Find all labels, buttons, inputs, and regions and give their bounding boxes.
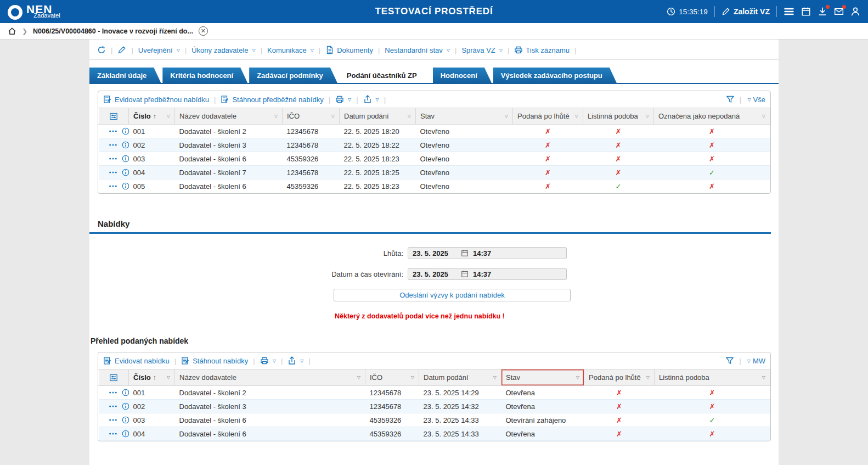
oteviranai-field[interactable]: 23. 5. 2025 14:37: [408, 268, 567, 280]
filter-caret-icon[interactable]: ▽: [760, 375, 765, 380]
table-row[interactable]: 003 Dodavatel - školení 6 45359326 22. 5…: [99, 152, 770, 166]
menu-nestandardni-stav[interactable]: Nestandardní stav▽: [385, 46, 450, 54]
edit-record-icon[interactable]: [117, 46, 126, 54]
create-vz-button[interactable]: Založit VZ: [722, 7, 770, 16]
header-stav[interactable]: Stav▽: [416, 108, 513, 125]
info-icon[interactable]: [122, 169, 129, 176]
menu-icon[interactable]: [784, 6, 794, 17]
menu-sprava-vz[interactable]: Správa VZ▽: [461, 46, 503, 54]
filter-caret-icon[interactable]: ▽: [503, 114, 508, 119]
calendar-icon[interactable]: [461, 270, 469, 278]
header-podana-po-lhute[interactable]: Podaná po lhůtě▽: [584, 369, 655, 386]
row-menu-icon[interactable]: [109, 130, 117, 133]
table-row[interactable]: 003 Dodavatel - školení 6 45359326 23. 5…: [99, 413, 770, 427]
oteviranai-time-input[interactable]: 14:37: [473, 270, 491, 278]
menu-dokumenty[interactable]: Dokumenty: [325, 46, 373, 54]
info-icon[interactable]: [122, 389, 129, 396]
undo-icon[interactable]: [97, 46, 106, 54]
user-icon[interactable]: [850, 7, 860, 16]
info-icon[interactable]: [122, 127, 129, 135]
menu-komunikace[interactable]: Komunikace▽: [267, 46, 314, 54]
evidovat-predbeznou-nabidku-button[interactable]: Evidovat předběžnou nabídku: [103, 95, 209, 104]
lhuta-field[interactable]: 23. 5. 2025 14:37: [408, 247, 567, 259]
header-listinna-podoba[interactable]: Listinná podoba▽: [655, 369, 770, 386]
table-row[interactable]: 004 Dodavatel - školení 7 12345678 22. 5…: [99, 166, 770, 180]
row-menu-icon[interactable]: [109, 432, 117, 435]
menu-tisk-zaznamu[interactable]: Tisk záznamu: [514, 46, 570, 54]
tab-zakladni-udaje[interactable]: Základní údaje: [89, 68, 161, 83]
header-oznacena-jako-nepodana[interactable]: Označena jako nepodaná▽: [654, 108, 770, 125]
stahnout-nabidky-button[interactable]: Stáhnout nabídky: [181, 356, 248, 365]
row-menu-icon[interactable]: [109, 157, 117, 160]
download-icon[interactable]: [818, 7, 827, 16]
menu-uverejneni[interactable]: Uveřejnění▽: [138, 46, 180, 54]
filter-caret-icon[interactable]: ▽: [165, 375, 170, 380]
info-icon[interactable]: [122, 155, 129, 163]
header-ico[interactable]: IČO▽: [365, 369, 419, 386]
header-datum-podani[interactable]: Datum podání▽: [340, 108, 416, 125]
info-icon[interactable]: [122, 402, 129, 410]
tab-podani-ucastniku-zp[interactable]: Podání účastníků ZP: [339, 68, 431, 83]
filter-icon[interactable]: [725, 356, 734, 365]
table-row[interactable]: 002 Dodavatel - školení 3 12345678 22. 5…: [99, 138, 770, 152]
row-menu-icon[interactable]: [109, 405, 117, 408]
oteviranai-date-input[interactable]: 23. 5. 2025: [413, 270, 456, 278]
filter-caret-icon[interactable]: ▽: [644, 375, 650, 380]
filter-caret-icon[interactable]: ▽: [165, 114, 170, 119]
print-menu-button[interactable]: ▽: [335, 95, 351, 104]
filter-icon[interactable]: [726, 95, 735, 104]
info-icon[interactable]: [122, 416, 129, 424]
print-menu-button[interactable]: ▽: [260, 356, 276, 365]
odeslani-vyzvy-button[interactable]: Odeslání výzvy k podání nabídek: [334, 289, 571, 301]
header-nazev-dodavatele[interactable]: Název dodavatele▽: [175, 369, 365, 386]
breadcrumb-item[interactable]: N006/25/V00004860 - Inovace v rozvoji ří…: [33, 27, 193, 35]
row-menu-icon[interactable]: [109, 171, 117, 174]
filter-caret-icon[interactable]: ▽: [573, 114, 578, 119]
tab-kriteria-hodnoceni[interactable]: Kritéria hodnocení: [162, 68, 247, 83]
header-datum-podani[interactable]: Datum podání▽: [419, 369, 501, 386]
filter-caret-icon[interactable]: ▽: [409, 375, 414, 380]
tab-vysledek-zadavaciho-postupu[interactable]: Výsledek zadávacího postupu: [493, 68, 617, 83]
filter-caret-icon[interactable]: ▽: [329, 114, 335, 119]
row-menu-icon[interactable]: [109, 143, 117, 147]
tab-hodnoceni[interactable]: Hodnocení: [433, 68, 492, 83]
filter-caret-icon[interactable]: ▽: [491, 375, 497, 380]
header-listinna-podoba[interactable]: Listinná podoba▽: [583, 108, 654, 125]
table-row[interactable]: 001 Dodavatel - školení 2 12345678 22. 5…: [99, 125, 770, 138]
column-settings-header[interactable]: [99, 369, 129, 386]
filter-caret-icon[interactable]: ▽: [574, 375, 579, 380]
table-row[interactable]: 004 Dodavatel - školení 6 45359326 23. 5…: [99, 427, 770, 441]
header-ico[interactable]: IČO▽: [283, 108, 340, 125]
filter-caret-icon[interactable]: ▽: [644, 114, 649, 119]
table-row[interactable]: 001 Dodavatel - školení 2 12345678 23. 5…: [99, 386, 770, 400]
column-settings-header[interactable]: [99, 108, 129, 125]
mail-icon[interactable]: [834, 7, 844, 16]
header-stav-flagged[interactable]: Stav▽: [501, 369, 584, 386]
info-icon[interactable]: [122, 182, 129, 190]
view-selector[interactable]: ▽Vše: [746, 96, 765, 104]
row-menu-icon[interactable]: [109, 418, 117, 422]
export-menu-button[interactable]: ▽: [288, 356, 303, 365]
filter-caret-icon[interactable]: ▽: [355, 375, 360, 380]
filter-caret-icon[interactable]: ▽: [272, 114, 278, 119]
header-cislo[interactable]: Číslo↑▽: [129, 108, 175, 125]
filter-caret-icon[interactable]: ▽: [405, 114, 411, 119]
header-podana-po-lhute[interactable]: Podaná po lhůtě▽: [513, 108, 583, 125]
table-row[interactable]: 005 Dodavatel - školení 6 45359326 22. 5…: [99, 180, 770, 193]
export-menu-button[interactable]: ▽: [363, 95, 379, 104]
lhuta-time-input[interactable]: 14:37: [473, 249, 491, 257]
lhuta-date-input[interactable]: 23. 5. 2025: [413, 249, 456, 257]
calendar-icon[interactable]: [461, 249, 469, 257]
menu-ukony-zadavatele[interactable]: Úkony zadavatele▽: [191, 46, 256, 54]
filter-caret-icon[interactable]: ▽: [760, 114, 765, 119]
header-nazev-dodavatele[interactable]: Název dodavatele▽: [175, 108, 283, 125]
row-menu-icon[interactable]: [109, 391, 117, 394]
table-row[interactable]: 002 Dodavatel - školení 3 12345678 23. 5…: [99, 400, 770, 413]
header-cislo[interactable]: Číslo↑▽: [129, 369, 175, 386]
home-icon[interactable]: [8, 27, 16, 36]
evidovat-nabidku-button[interactable]: Evidovat nabídku: [103, 356, 170, 365]
close-record-icon[interactable]: ✕: [199, 26, 208, 36]
info-icon[interactable]: [122, 141, 129, 149]
tab-zadavaci-podminky[interactable]: Zadávací podmínky: [249, 68, 337, 83]
row-menu-icon[interactable]: [109, 184, 117, 188]
